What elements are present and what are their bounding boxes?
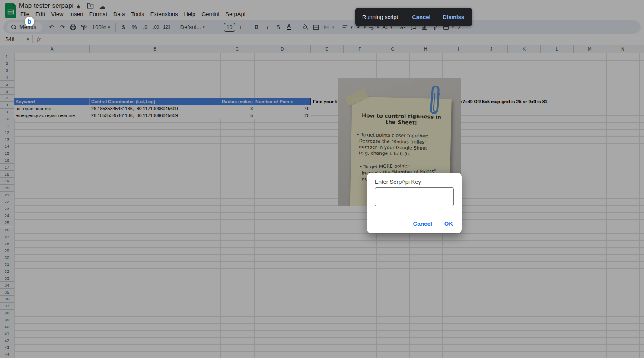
toast-cancel-button[interactable]: Cancel (412, 14, 430, 20)
dialog-cancel-button[interactable]: Cancel (413, 221, 432, 227)
serpapi-key-input[interactable] (375, 187, 454, 206)
serpapi-key-dialog: Enter SerpApi Key Cancel OK (367, 173, 462, 233)
dialog-ok-button[interactable]: OK (444, 221, 453, 227)
dialog-label: Enter SerpApi Key (375, 179, 421, 185)
modal-scrim (0, 0, 644, 358)
toast-message: Running script (362, 14, 398, 20)
extension-badge[interactable]: b (25, 17, 34, 26)
google-sheets-app: Map-tester-serpapi ★ ☁ File Edit View In… (0, 0, 644, 358)
toast-dismiss-button[interactable]: Dismiss (443, 14, 464, 20)
running-script-toast: Running script Cancel Dismiss (355, 8, 472, 26)
